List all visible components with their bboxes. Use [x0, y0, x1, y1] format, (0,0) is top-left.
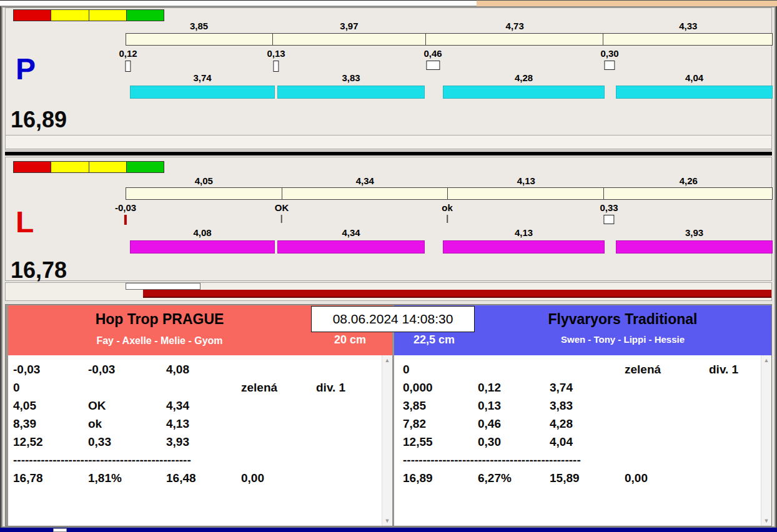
result-cell: 16,78	[13, 471, 88, 485]
result-cell: 12,52	[13, 435, 88, 449]
result-cell: -0,03	[88, 363, 166, 377]
split-time-label: 3,74	[130, 72, 275, 83]
result-cell: 3,85	[403, 399, 478, 413]
result-cell: 0,00	[241, 471, 316, 485]
result-row: -0,03-0,034,08	[8, 360, 392, 378]
result-cell: 4,04	[550, 435, 625, 449]
tick-marker-icon	[281, 215, 282, 223]
result-cell: 0,30	[478, 435, 550, 449]
result-cell: 3,74	[550, 381, 625, 395]
lane-l-top-split-labels: 4,05 4,34 4,13 4,26	[126, 175, 773, 186]
result-separator: ----------------------------------------…	[8, 451, 392, 469]
lane-l-section: 4,05 4,34 4,13 4,26 -0,03 OK ok	[5, 157, 772, 281]
split-time-label: 3,97	[272, 21, 426, 31]
team-name: Flyvaryors Traditional	[474, 311, 771, 328]
traffic-light-green-icon	[127, 10, 164, 21]
result-cell: ok	[88, 417, 166, 431]
team-name: Hop Trop PRAGUE	[8, 311, 311, 328]
timeline-segment	[448, 188, 604, 199]
lane-p-split-bar	[277, 86, 425, 99]
scroll-down-icon[interactable]: ▼	[764, 518, 770, 524]
scroll-down-icon[interactable]: ▼	[385, 518, 390, 524]
scroll-up-icon[interactable]: ▲	[385, 357, 390, 363]
result-cell: div. 1	[316, 381, 392, 395]
lane-p-marker-3: 0,46	[423, 48, 442, 70]
reaction-time-label: 0,13	[267, 48, 285, 59]
scrollbar[interactable]: ▲ ▼	[382, 355, 392, 526]
timeline-segment	[126, 34, 273, 45]
split-time-label: 3,83	[277, 72, 425, 83]
result-cell: 0,12	[478, 381, 550, 395]
traffic-light-yellow-icon	[51, 162, 89, 172]
start-lights-l	[13, 161, 164, 173]
taskbar-item[interactable]	[53, 528, 67, 532]
result-cell: 0	[403, 363, 478, 377]
background-titlebar-strip	[477, 0, 777, 6]
team-right-results: 0zelenádiv. 1 0,0000,123,74 3,850,133,83…	[394, 355, 771, 526]
result-row: 3,850,133,83	[394, 397, 771, 415]
result-cell: 3,93	[166, 435, 241, 449]
result-row: 0,0000,123,74	[394, 378, 771, 397]
lane-p-timeline-bar	[126, 33, 773, 46]
lane-l-split-bar	[443, 240, 605, 254]
split-marker-box-icon	[603, 215, 614, 224]
traffic-light-red-icon	[14, 162, 51, 172]
result-cell: 4,28	[550, 417, 625, 431]
datetime-display: 08.06.2024 14:08:30	[311, 306, 475, 332]
result-cell: 16,48	[166, 471, 241, 485]
tick-marker-icon	[447, 215, 448, 223]
jump-height-label: 22,5 cm	[394, 333, 474, 347]
split-time-label: 4,13	[443, 227, 605, 238]
timeline-segment	[604, 188, 772, 199]
lane-p-marker-2: 0,13	[267, 48, 285, 72]
lane-l-split-bar	[277, 240, 425, 254]
lane-l-total-time: 16,78	[11, 259, 67, 282]
reaction-time-label: OK	[275, 202, 289, 213]
reaction-time-label: 0,46	[423, 48, 442, 59]
result-cell: 12,55	[403, 435, 478, 449]
result-totals-row: 16,781,81%16,480,00	[8, 469, 392, 487]
split-time-label: 4,26	[605, 175, 773, 186]
taskbar[interactable]	[0, 528, 777, 532]
split-time-label: 4,13	[448, 175, 605, 186]
lane-l-timeline-bar	[126, 187, 773, 200]
team-members: Fay - Axelle - Melie - Gyom	[8, 335, 311, 347]
progress-bar	[143, 290, 771, 298]
lane-p-section: 3,85 3,97 4,73 4,33 0,12 0,13 0,46	[5, 7, 772, 150]
jump-height-label: 20 cm	[308, 333, 392, 347]
scrollbar[interactable]: ▲ ▼	[761, 355, 771, 526]
lane-p-marker-4: 0,30	[600, 48, 618, 70]
team-right-panel: Flyvaryors Traditional Swen - Tony - Lip…	[394, 305, 771, 526]
reaction-time-label: 0,12	[119, 48, 137, 59]
timing-app-window: 3,85 3,97 4,73 4,33 0,12 0,13 0,46	[1, 6, 776, 528]
result-cell: zelená	[625, 363, 709, 377]
split-time-label: 4,05	[126, 175, 282, 186]
result-cell: 16,89	[403, 471, 478, 485]
result-cell: 0,00	[625, 471, 709, 485]
race-progress-strip	[5, 282, 772, 301]
lane-l-marker-3: ok	[442, 202, 453, 223]
team-left-panel: Hop Trop PRAGUE Fay - Axelle - Melie - G…	[8, 305, 392, 526]
team-left-results: -0,03-0,034,08 0zelenádiv. 1 4,05OK4,34 …	[8, 355, 392, 526]
result-totals-row: 16,896,27%15,890,00	[394, 469, 771, 487]
result-separator: ----------------------------------------…	[394, 451, 771, 469]
screen: 3,85 3,97 4,73 4,33 0,12 0,13 0,46	[0, 0, 777, 532]
scroll-up-icon[interactable]: ▲	[764, 357, 770, 363]
result-cell: 15,89	[550, 471, 625, 485]
lane-l-marker-2: OK	[275, 202, 289, 223]
result-cell: 0,46	[478, 417, 550, 431]
traffic-light-red-icon	[14, 10, 51, 21]
reaction-time-label: ok	[442, 202, 453, 213]
result-cell: -0,03	[13, 363, 88, 377]
reaction-time-label: 0,33	[600, 202, 618, 213]
lane-l-marker-4: 0,33	[600, 202, 618, 224]
lane-l-letter: L	[16, 207, 34, 237]
result-row: 12,520,333,93	[8, 433, 392, 451]
result-cell: 6,27%	[478, 471, 550, 485]
result-row: 12,550,304,04	[394, 433, 771, 451]
timeline-segment	[603, 34, 772, 45]
split-time-label: 4,73	[426, 21, 604, 31]
result-row: 8,39ok4,13	[8, 415, 392, 433]
lane-p-split-bar	[130, 86, 275, 99]
split-time-label: 4,08	[130, 227, 275, 238]
